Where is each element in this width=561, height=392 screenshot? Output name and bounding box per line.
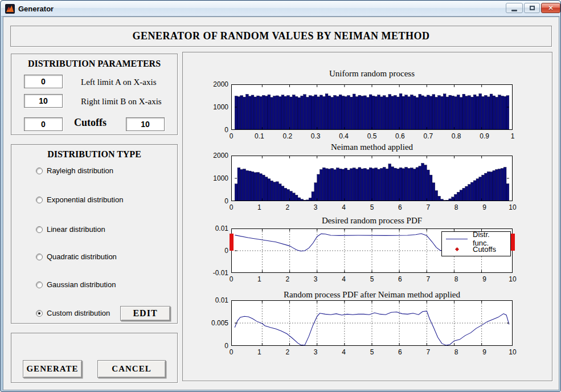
x-tick-label: 0.8 xyxy=(442,132,470,140)
chart-plot xyxy=(231,156,513,201)
minimize-button[interactable] xyxy=(506,3,523,13)
x-tick-label: 2 xyxy=(273,348,302,356)
cancel-button[interactable]: CANCEL xyxy=(97,360,166,378)
radio-label: Exponential distribution xyxy=(47,195,123,204)
x-tick-label: 8 xyxy=(442,203,470,211)
header-box: GENERATOR OF RANDOM VALUES BY NEIMAN MET… xyxy=(10,26,552,47)
radio-icon[interactable] xyxy=(36,281,43,288)
title-bar[interactable]: Generator ✕ xyxy=(1,1,560,17)
x-tick-label: 3 xyxy=(301,275,330,283)
y-tick-label: 0.005 xyxy=(193,318,228,328)
legend-line-sample xyxy=(445,239,468,239)
radio-label: Linear distribution xyxy=(47,225,105,234)
x-tick-label: 4 xyxy=(330,348,358,356)
close-button[interactable]: ✕ xyxy=(541,3,560,13)
chart-legend[interactable]: Distr. func.Cutoffs xyxy=(441,231,511,256)
x-tick-label: 10 xyxy=(498,348,527,356)
client-area: GENERATOR OF RANDOM VALUES BY NEIMAN MET… xyxy=(3,17,559,390)
matlab-icon xyxy=(5,4,15,14)
maximize-icon xyxy=(530,6,535,10)
x-tick-label: 6 xyxy=(386,348,414,356)
left-limit-input[interactable] xyxy=(24,75,63,88)
radio-icon[interactable] xyxy=(36,254,43,260)
edit-button[interactable]: EDIT xyxy=(120,306,170,321)
x-tick-label: 9 xyxy=(470,275,499,283)
y-tick-label: 0.01 xyxy=(193,224,228,233)
window-title: Generator xyxy=(18,5,54,13)
radio-icon[interactable] xyxy=(36,197,43,203)
x-tick-label: 1 xyxy=(245,275,273,283)
x-tick-label: 1 xyxy=(498,132,527,140)
radio-label: Quadratic distribution xyxy=(47,252,117,261)
x-tick-label: 1 xyxy=(245,203,273,211)
radio-icon[interactable] xyxy=(36,226,43,233)
x-tick-label: 5 xyxy=(358,348,386,356)
x-tick-label: 0.6 xyxy=(386,132,414,140)
distribution-parameters-panel: DISTRIBUTION PARAMETERS Left limit A on … xyxy=(11,54,178,135)
y-tick-label: 0.01 xyxy=(193,296,228,305)
right-limit-label: Right limit B on X-axis xyxy=(81,97,162,107)
radio-option-rayleigh[interactable]: Rayleigh distribution xyxy=(36,166,113,175)
x-tick-label: 9 xyxy=(470,348,499,356)
maximize-button[interactable] xyxy=(524,3,540,13)
chart-plot xyxy=(231,84,513,130)
x-tick-label: 5 xyxy=(358,275,386,283)
generate-button[interactable]: GENERATE xyxy=(23,360,82,378)
y-tick-label: 1000 xyxy=(193,174,228,183)
radio-label: Custom distribution xyxy=(47,309,110,317)
cutoff-left-input[interactable] xyxy=(24,117,63,131)
line-swatch xyxy=(446,239,468,239)
cutoff-right-input[interactable] xyxy=(126,117,165,131)
chart-title: Neiman method applied xyxy=(231,142,513,152)
x-tick-label: 2 xyxy=(273,203,302,211)
x-tick-label: 7 xyxy=(414,275,443,283)
x-tick-label: 0 xyxy=(217,132,245,140)
x-tick-label: 5 xyxy=(358,203,386,211)
x-tick-label: 0.1 xyxy=(245,132,273,140)
x-tick-label: 3 xyxy=(301,348,330,356)
x-tick-label: 0 xyxy=(217,203,245,211)
radio-label: Rayleigh distribution xyxy=(47,166,113,175)
legend-entry: Distr. func. xyxy=(445,234,507,243)
x-tick-label: 4 xyxy=(330,203,358,211)
x-tick-label: 0.4 xyxy=(330,132,358,140)
x-tick-label: 10 xyxy=(498,275,527,283)
chart-title: Desired random process PDF xyxy=(231,216,513,226)
x-tick-label: 1 xyxy=(245,348,273,356)
x-tick-label: 6 xyxy=(386,275,414,283)
minimize-icon xyxy=(511,10,517,11)
radio-icon[interactable] xyxy=(36,168,43,174)
radio-option-exponential[interactable]: Exponential distribution xyxy=(36,195,123,204)
panel-title: DISTRIBUTION TYPE xyxy=(11,149,177,160)
x-tick-label: 0.3 xyxy=(301,132,330,140)
legend-entry: Cutoffs xyxy=(445,245,507,254)
left-limit-label: Left limit A on X-axis xyxy=(81,77,157,87)
x-tick-label: 0 xyxy=(217,348,245,356)
radio-option-custom[interactable]: Custom distribution xyxy=(36,309,110,317)
chart-title: Uniform random process xyxy=(231,69,513,79)
x-tick-label: 2 xyxy=(273,275,302,283)
radio-option-gaussian[interactable]: Gaussian distribution xyxy=(36,280,116,289)
radio-selected-icon[interactable] xyxy=(36,310,43,317)
x-tick-label: 3 xyxy=(301,203,330,211)
right-limit-input[interactable] xyxy=(24,94,63,108)
x-tick-label: 8 xyxy=(442,348,470,356)
x-tick-label: 0.5 xyxy=(358,132,386,140)
x-tick-label: 8 xyxy=(442,275,470,283)
actions-panel: GENERATE CANCEL xyxy=(11,333,178,383)
chart-area: Uniform random process01000200000.10.20.… xyxy=(183,52,553,382)
radio-option-quadratic[interactable]: Quadratic distribution xyxy=(36,252,117,261)
x-tick-label: 4 xyxy=(330,275,358,283)
distribution-type-panel: DISTRIBUTION TYPE Rayleigh distributionE… xyxy=(11,144,178,324)
y-tick-label: 2000 xyxy=(193,80,228,89)
x-tick-label: 6 xyxy=(386,203,414,211)
y-tick-label: 1000 xyxy=(193,103,228,112)
x-tick-label: 0.7 xyxy=(414,132,443,140)
panel-title: DISTRIBUTION PARAMETERS xyxy=(11,59,177,69)
x-tick-label: 0.9 xyxy=(470,132,499,140)
cutoffs-label: Cutoffs xyxy=(74,117,107,129)
radio-option-linear[interactable]: Linear distribution xyxy=(36,225,105,234)
x-tick-label: 7 xyxy=(414,348,443,356)
red-diamond-icon xyxy=(454,247,458,251)
chart-plot xyxy=(231,300,513,346)
